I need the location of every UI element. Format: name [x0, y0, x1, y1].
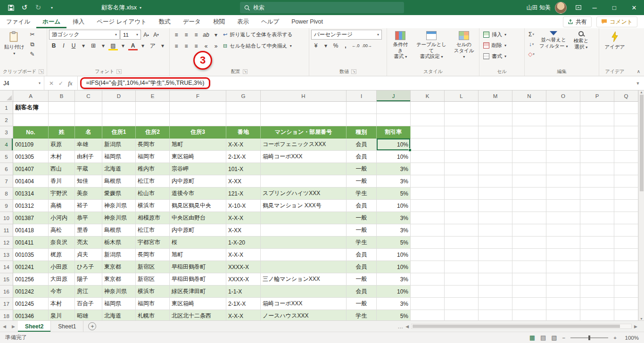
formula-input[interactable]: =IFS(I4="会員",10%,I4="学生",5%,TRUE,3%) [78, 77, 632, 89]
cell-N14[interactable] [512, 261, 546, 273]
scroll-up-arrow[interactable]: ▲ [640, 90, 643, 94]
cell-K11[interactable] [411, 224, 445, 237]
cell-N7[interactable] [512, 175, 546, 188]
cell-J1[interactable] [377, 102, 411, 114]
cell-N18[interactable] [512, 310, 546, 320]
align-right-button[interactable]: ≡ [191, 41, 201, 51]
cell-M6[interactable] [479, 163, 512, 175]
merge-center-button[interactable]: ⊟セルを結合して中央揃え▾ [221, 41, 294, 51]
cell-N13[interactable] [512, 249, 546, 261]
orientation-dropdown[interactable]: ▾ [211, 30, 221, 40]
cell-H12[interactable] [261, 237, 347, 249]
cell-Q10[interactable] [614, 212, 638, 224]
cell-C10[interactable]: 恭平 [75, 212, 102, 224]
cell-P16[interactable] [580, 286, 614, 298]
fill-color-dropdown[interactable]: ▾ [118, 41, 128, 50]
cell-I1[interactable] [347, 102, 377, 114]
cell-H1[interactable] [261, 102, 347, 114]
row-header-12[interactable]: 12 [0, 237, 13, 249]
cell-G13[interactable]: X-X-X [226, 249, 261, 261]
column-header-Q[interactable]: Q [614, 90, 638, 102]
wrap-text-button[interactable]: ↩折り返して全体を表示する [221, 30, 295, 40]
cell-C15[interactable]: 陽子 [75, 273, 102, 286]
cell-A10[interactable]: 001387 [13, 212, 49, 224]
cell-C12[interactable]: 亮太 [75, 237, 102, 249]
cell-Q4[interactable] [614, 139, 638, 151]
cell-J16[interactable]: 10% [377, 286, 411, 298]
fill-handle[interactable] [408, 148, 412, 152]
cell-C3[interactable]: 名 [75, 126, 102, 139]
cell-A4[interactable]: 001109 [13, 139, 49, 151]
redo-button[interactable]: ↻ [32, 1, 44, 14]
cell-L12[interactable] [445, 237, 479, 249]
cell-A8[interactable]: 001314 [13, 188, 49, 200]
cell-H3[interactable]: マンション・部屋番号 [261, 126, 347, 139]
align-middle-button[interactable]: ≡ [182, 30, 191, 40]
cell-D5[interactable]: 福岡県 [102, 151, 136, 163]
font-size-select[interactable]: 11▾ [120, 30, 141, 40]
cell-F13[interactable]: 旭町 [170, 249, 226, 261]
cell-A13[interactable]: 001035 [13, 249, 49, 261]
cell-N10[interactable] [512, 212, 546, 224]
cell-O8[interactable] [546, 188, 580, 200]
cell-E14[interactable]: 新宿区 [136, 261, 170, 273]
cell-K10[interactable] [411, 212, 445, 224]
cell-O9[interactable] [546, 200, 580, 212]
cell-M16[interactable] [479, 286, 512, 298]
cell-P15[interactable] [580, 273, 614, 286]
avatar[interactable] [555, 2, 567, 14]
cell-K5[interactable] [411, 151, 445, 163]
cell-L3[interactable] [445, 126, 479, 139]
cell-L1[interactable] [445, 102, 479, 114]
name-box-dropdown[interactable]: ▾ [39, 81, 41, 85]
cell-Q17[interactable] [614, 298, 638, 310]
cell-O2[interactable] [546, 114, 580, 126]
clear-button[interactable]: ◇▾ [527, 49, 536, 59]
cell-Q13[interactable] [614, 249, 638, 261]
cell-D12[interactable]: 栃木県 [102, 237, 136, 249]
cell-B17[interactable]: 本村 [49, 298, 75, 310]
cell-J17[interactable]: 3% [377, 298, 411, 310]
tab-file[interactable]: ファイル [0, 15, 36, 28]
borders-button[interactable]: ⊞ [89, 41, 98, 50]
cell-O12[interactable] [546, 237, 580, 249]
column-header-N[interactable]: N [512, 90, 546, 102]
cell-C14[interactable]: ひろ子 [75, 261, 102, 273]
cell-N3[interactable] [512, 126, 546, 139]
cell-L15[interactable] [445, 273, 479, 286]
cell-C17[interactable]: 百合子 [75, 298, 102, 310]
cell-F17[interactable]: 東区箱崎 [170, 298, 226, 310]
cell-N1[interactable] [512, 102, 546, 114]
cell-N12[interactable] [512, 237, 546, 249]
cell-E16[interactable]: 横浜市 [136, 286, 170, 298]
view-normal-button[interactable]: ▦ [529, 334, 535, 341]
cell-B13[interactable]: 梶原 [49, 249, 75, 261]
sheet-tab-sheet2[interactable]: Sheet2 [18, 321, 51, 332]
cell-Q1[interactable] [614, 102, 638, 114]
cell-M14[interactable] [479, 261, 512, 273]
cell-O11[interactable] [546, 224, 580, 237]
fill-color-button[interactable]: ▨ [108, 41, 118, 50]
enter-button[interactable]: ✓ [58, 80, 63, 87]
column-header-H[interactable]: H [261, 90, 347, 102]
cell-K4[interactable] [411, 139, 445, 151]
row-header-14[interactable]: 14 [0, 261, 13, 273]
zoom-level[interactable]: 100% [622, 335, 639, 341]
accounting-format-dropdown[interactable]: ▾ [321, 41, 330, 50]
cell-D11[interactable]: 島根県 [102, 224, 136, 237]
insert-function-button[interactable]: fx [68, 80, 72, 87]
cell-C18[interactable]: 昭雄 [75, 310, 102, 320]
orientation-button[interactable]: ab [201, 30, 211, 40]
cell-P9[interactable] [580, 200, 614, 212]
comma-style-button[interactable]: , [341, 41, 350, 50]
cell-C7[interactable]: 知佳 [75, 175, 102, 188]
cell-G8[interactable]: 121-X [226, 188, 261, 200]
cell-N11[interactable] [512, 224, 546, 237]
format-cells-button[interactable]: 書式▾ [481, 51, 522, 61]
cell-Q6[interactable] [614, 163, 638, 175]
font-color-dropdown[interactable]: ▾ [138, 41, 148, 50]
cell-J18[interactable]: 5% [377, 310, 411, 320]
cell-C11[interactable]: 里香 [75, 224, 102, 237]
cell-E12[interactable]: 宇都宮市 [136, 237, 170, 249]
autosum-button[interactable]: Σ▾ [527, 30, 536, 39]
